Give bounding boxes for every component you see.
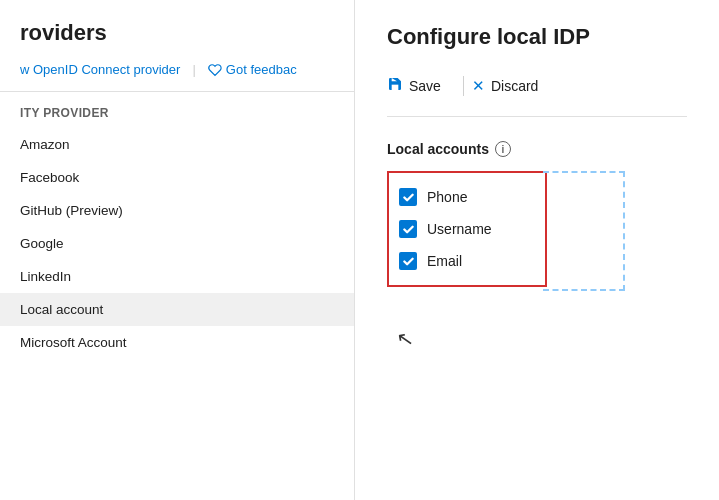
checkmark-email-icon (403, 256, 414, 267)
checkbox-email-box (399, 252, 417, 270)
local-accounts-label: Local accounts (387, 141, 489, 157)
right-panel: Configure local IDP Save ✕ Discard Local… (355, 0, 719, 500)
checkbox-username-box (399, 220, 417, 238)
right-panel-title: Configure local IDP (387, 24, 687, 50)
actions-divider: | (192, 62, 195, 77)
save-label: Save (409, 78, 441, 94)
cursor-area: ↖ (387, 327, 687, 351)
left-panel-actions: w OpenID Connect provider | Got feedbac (0, 62, 354, 92)
nav-item-facebook[interactable]: Facebook (0, 161, 354, 194)
nav-item-google[interactable]: Google (0, 227, 354, 260)
checkbox-email-label: Email (427, 253, 462, 269)
heart-icon (208, 63, 222, 77)
feedback-text: Got feedbac (226, 62, 297, 77)
section-header: ity provider (0, 92, 354, 128)
new-provider-link[interactable]: w OpenID Connect provider (20, 62, 180, 77)
save-icon (387, 76, 403, 96)
checkbox-phone-label: Phone (427, 189, 467, 205)
left-panel-title: roviders (0, 20, 354, 62)
checkbox-phone[interactable]: Phone (399, 181, 531, 213)
checkbox-email[interactable]: Email (399, 245, 531, 277)
left-panel: roviders w OpenID Connect provider | Got… (0, 0, 355, 500)
save-button[interactable]: Save (387, 70, 455, 102)
checkbox-username[interactable]: Username (399, 213, 531, 245)
checkmark-phone-icon (403, 192, 414, 203)
nav-item-microsoft-account[interactable]: Microsoft Account (0, 326, 354, 359)
toolbar-separator (463, 76, 464, 96)
toolbar: Save ✕ Discard (387, 70, 687, 117)
options-container: Phone Username Email (387, 171, 547, 287)
checkmark-username-icon (403, 224, 414, 235)
discard-label: Discard (491, 78, 538, 94)
cursor-icon: ↖ (395, 326, 416, 353)
info-icon[interactable]: i (495, 141, 511, 157)
checkbox-username-label: Username (427, 221, 492, 237)
nav-list: Amazon Facebook GitHub (Preview) Google … (0, 128, 354, 359)
nav-item-local-account[interactable]: Local account (0, 293, 354, 326)
nav-item-amazon[interactable]: Amazon (0, 128, 354, 161)
nav-item-github[interactable]: GitHub (Preview) (0, 194, 354, 227)
checkbox-phone-box (399, 188, 417, 206)
discard-button[interactable]: ✕ Discard (472, 71, 552, 101)
feedback-link[interactable]: Got feedbac (208, 62, 297, 77)
nav-item-linkedin[interactable]: LinkedIn (0, 260, 354, 293)
local-accounts-section: Local accounts i (387, 141, 687, 157)
discard-icon: ✕ (472, 77, 485, 95)
